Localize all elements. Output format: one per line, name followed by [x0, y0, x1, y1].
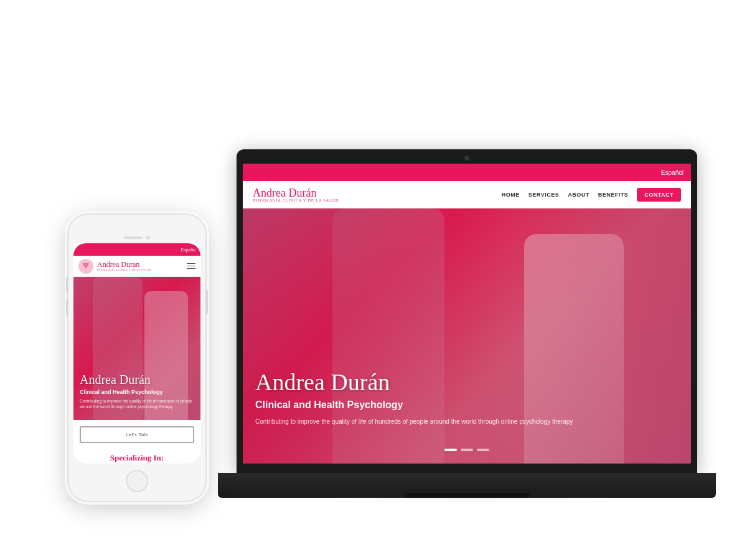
phone-specializing-title: Specializing In:: [80, 453, 194, 463]
laptop-nav-links: HOME SERVICES ABOUT BENEFITS CONTACT: [502, 188, 681, 202]
laptop-hero-title: Clinical and Health Psychology: [255, 399, 679, 411]
dot-1[interactable]: [444, 449, 457, 451]
phone-notch-area: [73, 232, 200, 243]
laptop-hero: Andrea Durán Clinical and Health Psychol…: [243, 208, 691, 464]
laptop-logo-area: Andrea Durán PSICOLOGÍA CLÍNICA Y DE LA …: [253, 187, 502, 202]
phone-topbar-lang[interactable]: Españo: [181, 248, 195, 252]
laptop-camera: [464, 156, 469, 161]
hamburger-line-3: [187, 268, 195, 269]
laptop-hero-name: Andrea Durán: [255, 368, 679, 396]
phone-power-button: [205, 289, 208, 314]
laptop-base: [218, 473, 716, 498]
phone-vol-up-button: [66, 277, 68, 293]
phone-hero-content: Andrea Durán Clinical and Health Psychol…: [80, 373, 194, 411]
laptop-topbar-lang[interactable]: Español: [661, 169, 684, 176]
laptop-nav-benefits[interactable]: BENEFITS: [598, 192, 629, 198]
phone-logo-text: Andrea Duran PSICOLOGÍA CLÍNICA Y DE LA …: [97, 261, 187, 271]
laptop-hero-desc: Contributing to improve the quality of l…: [255, 417, 629, 426]
phone-hero-name: Andrea Durán: [80, 373, 194, 387]
laptop-nav-contact[interactable]: CONTACT: [637, 188, 681, 202]
phone-cta-button[interactable]: Let's Talk: [80, 426, 194, 443]
phone-speaker: [124, 236, 143, 239]
laptop-nav-services[interactable]: SERVICES: [529, 192, 559, 198]
phone-cam: [146, 236, 150, 240]
scene: Español Andrea Durán PSICOLOGÍA CLÍNICA …: [31, 25, 716, 535]
phone-home-button[interactable]: [126, 470, 148, 492]
laptop-topbar: Español: [243, 164, 691, 181]
laptop-body: Español Andrea Durán PSICOLOGÍA CLÍNICA …: [237, 149, 697, 473]
phone-logo-circle: Ψ: [78, 259, 93, 274]
laptop-nav-about[interactable]: ABOUT: [568, 192, 590, 198]
psi-icon: Ψ: [83, 261, 89, 271]
phone-hero: Andrea Durán Clinical and Health Psychol…: [73, 277, 200, 420]
phone-topbar: Españo: [73, 243, 200, 256]
hamburger-line-1: [187, 263, 195, 264]
laptop-nav-home[interactable]: HOME: [502, 192, 520, 198]
phone-cta-area: Let's Talk: [73, 420, 200, 447]
dot-3[interactable]: [477, 449, 489, 451]
phone-hero-title: Clinical and Health Psychology: [80, 389, 194, 395]
laptop-logo-sub: PSICOLOGÍA CLÍNICA Y DE LA SALUD: [253, 198, 502, 202]
hamburger-line-2: [187, 266, 195, 267]
phone-logo-sub: PSICOLOGÍA CLÍNICA Y DE LA SALUD: [97, 268, 187, 271]
laptop-logo-name[interactable]: Andrea Durán: [253, 187, 502, 198]
phone-hero-desc: Contributing to improve the quality of l…: [80, 398, 194, 411]
laptop-screen: Español Andrea Durán PSICOLOGÍA CLÍNICA …: [243, 164, 691, 464]
dot-2[interactable]: [461, 449, 473, 451]
phone-logo-name: Andrea Duran: [97, 261, 187, 268]
phone-navbar: Ψ Andrea Duran PSICOLOGÍA CLÍNICA Y DE L…: [73, 256, 200, 277]
laptop-hero-content: Andrea Durán Clinical and Health Psychol…: [255, 368, 679, 426]
phone-device: Españo Ψ Andrea Duran PSICOLOGÍA CLÍNICA…: [68, 215, 205, 501]
hamburger-menu[interactable]: [187, 263, 195, 269]
phone-specializing: Specializing In:: [73, 447, 200, 464]
phone-screen: Españo Ψ Andrea Duran PSICOLOGÍA CLÍNICA…: [73, 232, 200, 464]
laptop-hero-dots: [444, 449, 489, 451]
laptop-device: Español Andrea Durán PSICOLOGÍA CLÍNICA …: [237, 149, 697, 498]
phone-vol-down-button: [66, 299, 68, 315]
laptop-navbar: Andrea Durán PSICOLOGÍA CLÍNICA Y DE LA …: [243, 181, 691, 208]
